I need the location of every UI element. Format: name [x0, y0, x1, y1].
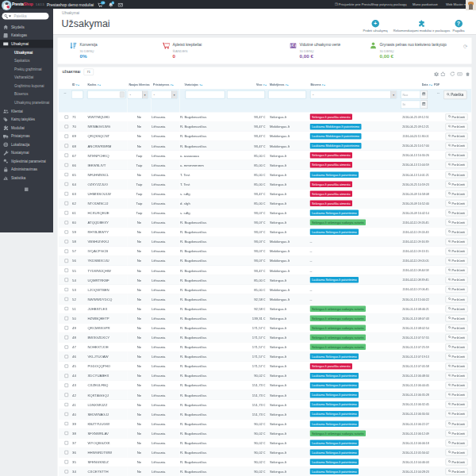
svg-text:€: €	[292, 43, 294, 48]
